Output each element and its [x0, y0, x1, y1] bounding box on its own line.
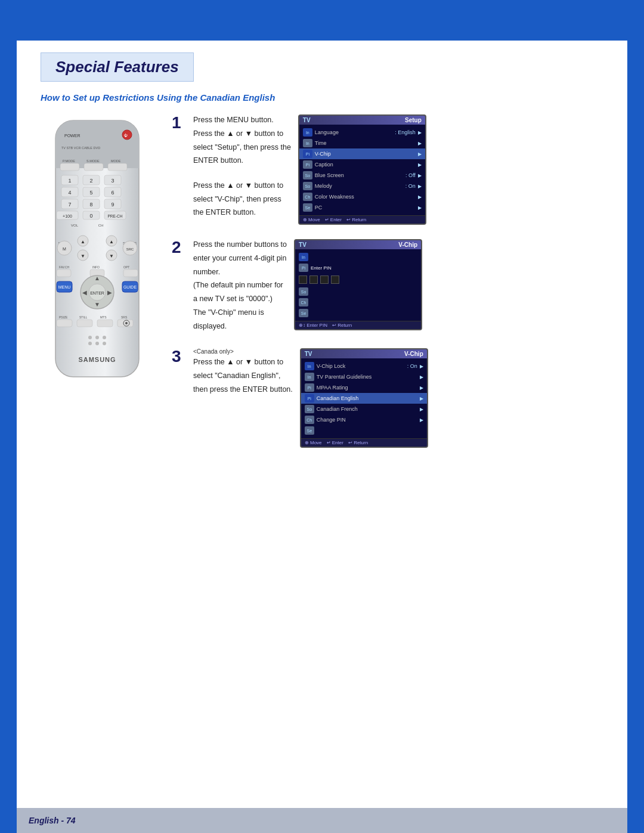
page-number: English - 74 — [29, 816, 76, 825]
left-sidebar-bar — [0, 0, 17, 833]
setup-icon: Se — [303, 203, 312, 212]
svg-text:MENU: MENU — [58, 285, 71, 289]
bottom-footer-strip: English - 74 — [17, 808, 627, 833]
tv-body-2: In Pi Enter PIN — [295, 249, 421, 321]
sound-icon-3: So — [299, 287, 308, 296]
svg-text:SRC: SRC — [126, 247, 134, 251]
svg-text:▲: ▲ — [109, 239, 114, 244]
step-1-number: 1 — [172, 114, 185, 131]
step-3-number: 3 — [172, 348, 185, 365]
tv-header-1: TV Setup — [299, 116, 425, 125]
footer-enter-1: ↵ Enter — [325, 217, 342, 222]
tv-body-3: In V-Chip Lock : On ▶ In TV Parental Gui… — [301, 358, 427, 438]
tv-header-2: TV V-Chip — [295, 240, 421, 249]
svg-point-81 — [95, 336, 99, 339]
step-2-text: Press the number buttons to enter your c… — [193, 239, 287, 334]
svg-text:STILL: STILL — [79, 315, 88, 319]
tv-row-canadian-french: So Canadian French ▶ — [301, 404, 427, 414]
svg-text:M: M — [63, 247, 66, 251]
enter-pin-label: Enter PIN — [311, 265, 417, 271]
step-2-content: Press the number buttons to enter your c… — [193, 239, 422, 334]
tv-screen-vchip-menu: TV V-Chip In V-Chip Lock : On ▶ In — [300, 348, 428, 448]
tv-row-vchiplock: In V-Chip Lock : On ▶ — [301, 361, 427, 371]
footer-move-1: ⊕ Move — [303, 217, 320, 222]
input-icon-5: In — [305, 373, 314, 381]
canada-only-label: <Canada only> — [193, 348, 293, 355]
svg-text:OPT: OPT — [123, 265, 129, 269]
sound-icon-4: So — [305, 405, 314, 413]
footer-return-3: ↩ Return — [348, 440, 368, 445]
tv-row-mpaa: Pi MPAA Rating ▶ — [301, 382, 427, 393]
tv-row-caption: Pi Caption ▶ — [299, 159, 425, 170]
picture-icon: Pi — [303, 150, 312, 158]
svg-text:+100: +100 — [63, 214, 72, 218]
svg-rect-76 — [97, 320, 113, 327]
step-1-text: Press the MENU button. Press the ▲ or ▼ … — [193, 114, 291, 221]
svg-text:CH: CH — [98, 224, 104, 227]
svg-text:TV  STB  VCR  CABLE  DVD: TV STB VCR CABLE DVD — [61, 146, 100, 150]
svg-point-84 — [95, 342, 99, 345]
tv-label-3: TV — [305, 351, 312, 357]
sound-icon-2: So — [303, 182, 312, 190]
svg-text:⏻: ⏻ — [124, 134, 128, 137]
svg-rect-10 — [60, 163, 79, 171]
sound-icon: So — [303, 171, 312, 179]
setup-icon-2: Se — [299, 309, 308, 317]
svg-text:◀: ◀ — [82, 289, 87, 296]
top-header-band — [0, 0, 644, 41]
svg-text:P.MODE: P.MODE — [63, 159, 75, 163]
tv-body-1: In Language : English ▶ In Time ▶ — [299, 125, 425, 215]
title-box: Special Features — [41, 52, 194, 82]
svg-text:PRE-CH: PRE-CH — [108, 214, 123, 218]
remote-control-svg: POWER ⏻ TV STB VCR CABLE DVD P.MODE S.MO… — [44, 114, 151, 389]
step-1-content: Press the MENU button. Press the ▲ or ▼ … — [193, 114, 426, 225]
step-2-number: 2 — [172, 239, 185, 256]
tv-row-time: In Time ▶ — [299, 138, 425, 148]
pin-dots-area — [299, 275, 417, 284]
step-1-instructions: Press the MENU button. Press the ▲ or ▼ … — [193, 114, 291, 218]
svg-text:▲: ▲ — [80, 239, 85, 244]
tv-screen-title-3: V-Chip — [404, 351, 423, 357]
tv-row-bluescreen: So Blue Screen : Off ▶ — [299, 170, 425, 181]
pin-dot-3 — [320, 275, 329, 284]
tv-footer-3: ⊕ Move ↵ Enter ↩ Return — [301, 438, 427, 447]
svg-text:1: 1 — [68, 178, 71, 184]
steps-column: 1 Press the MENU button. Press the ▲ or … — [172, 114, 603, 448]
svg-text:▼: ▼ — [109, 253, 114, 259]
svg-rect-11 — [84, 163, 103, 171]
tv-screen-setup: TV Setup In Language : English ▶ In — [298, 114, 426, 225]
svg-rect-58 — [123, 270, 138, 277]
input-icon: In — [303, 128, 312, 137]
pin-dot-2 — [309, 275, 318, 284]
step-3-content: <Canada only> Press the ▲ or ▼ button to… — [193, 348, 428, 448]
svg-point-83 — [88, 342, 92, 345]
tv-row-melody: So Melody : On ▶ — [299, 181, 425, 191]
tv-label-2: TV — [299, 241, 306, 248]
svg-point-82 — [103, 336, 106, 339]
footer-return-1: ↩ Return — [346, 217, 366, 222]
svg-text:5: 5 — [89, 190, 92, 196]
svg-rect-75 — [77, 320, 92, 327]
channel-icon-2: Ch — [299, 298, 308, 306]
step-3-text: <Canada only> Press the ▲ or ▼ button to… — [193, 348, 293, 397]
svg-text:MTS: MTS — [100, 315, 107, 319]
svg-text:9: 9 — [111, 202, 114, 208]
tv-row-picture-icon: Pi Enter PIN — [295, 262, 421, 273]
section-heading: How to Set up Restrictions Using the Can… — [41, 92, 603, 103]
tv-row-vchip: Pi V-Chip ▶ — [299, 148, 425, 159]
svg-text:▼: ▼ — [94, 301, 100, 308]
svg-text:SAMSUNG: SAMSUNG — [78, 356, 116, 363]
svg-text:▼: ▼ — [80, 253, 85, 259]
svg-text:2: 2 — [89, 178, 92, 184]
tv-screen-vchip-pin: TV V-Chip In Pi Enter PIN — [294, 239, 422, 330]
svg-text:S.MODE: S.MODE — [86, 159, 100, 163]
tv-row-canadian-english: Pi Canadian English ▶ — [301, 393, 427, 404]
footer-enterpin: ⊕↕ Enter PIN — [299, 323, 327, 328]
svg-text:SRS: SRS — [121, 315, 128, 319]
svg-text:MODE: MODE — [111, 159, 121, 163]
picture-icon-4: Pi — [305, 383, 314, 392]
pin-dot-4 — [331, 275, 339, 284]
svg-text:8: 8 — [89, 202, 92, 208]
svg-text:POWER: POWER — [64, 134, 80, 138]
input-icon-3: In — [299, 253, 308, 261]
